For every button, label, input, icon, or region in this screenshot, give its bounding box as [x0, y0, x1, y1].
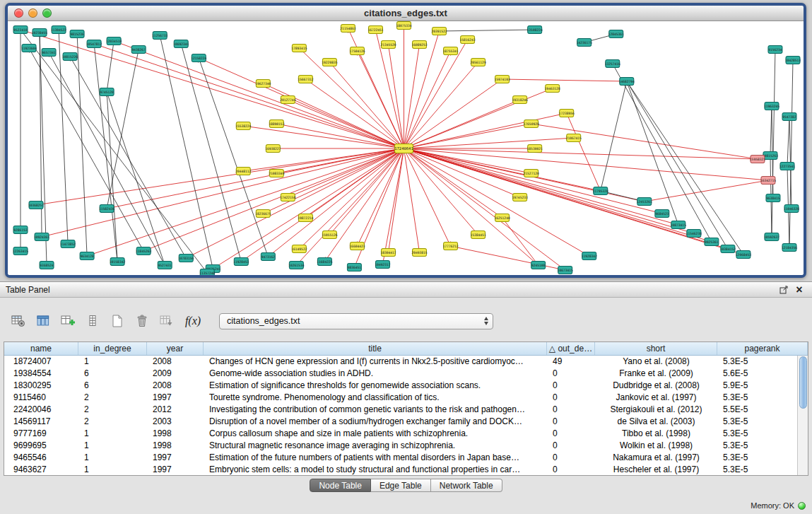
graph-edge[interactable]: [404, 148, 678, 225]
graph-node[interactable]: 11582436: [99, 205, 114, 213]
select-rows-button[interactable]: [83, 312, 102, 330]
table-row[interactable]: 911546021997Tourette syndrome. Phenomeno…: [4, 392, 797, 404]
graph-node[interactable]: 19872214: [298, 214, 313, 222]
graph-edge[interactable]: [199, 58, 404, 148]
graph-edge[interactable]: [94, 44, 117, 262]
graph-node[interactable]: 9638415: [766, 194, 780, 202]
graph-node[interactable]: 15958321: [750, 156, 765, 163]
graph-edge[interactable]: [451, 246, 565, 270]
graph-node[interactable]: 11684225: [317, 258, 332, 266]
table-row[interactable]: 1830029562008Estimation of significance …: [4, 380, 797, 392]
graph-edge[interactable]: [94, 44, 404, 148]
graph-node[interactable]: 20561129: [471, 59, 486, 66]
table-row[interactable]: 1938455462009Genome-wide association stu…: [4, 368, 797, 380]
graph-node[interactable]: 21527120: [524, 170, 539, 177]
graph-edge[interactable]: [288, 100, 404, 148]
column-header-year[interactable]: year: [147, 342, 204, 355]
network-canvas[interactable]: 1724064118530021215271201974523316251240…: [8, 21, 804, 275]
graph-edge[interactable]: [404, 88, 552, 148]
column-header-title[interactable]: title: [204, 342, 547, 355]
graph-edge[interactable]: [59, 30, 68, 244]
graph-node[interactable]: 18530021: [527, 145, 543, 153]
graph-node[interactable]: 11923604: [21, 45, 37, 52]
graph-node[interactable]: 21154863: [340, 25, 355, 33]
graph-node[interactable]: 19627340: [255, 80, 271, 88]
graph-edge[interactable]: [70, 57, 186, 258]
graph-edge[interactable]: [770, 106, 772, 156]
graph-node[interactable]: 16342715: [760, 177, 776, 185]
graph-node[interactable]: 12845361: [608, 30, 624, 38]
graph-edge[interactable]: [404, 148, 538, 265]
graph-node[interactable]: 11046328: [784, 205, 799, 213]
graph-node[interactable]: 12158224: [191, 54, 206, 62]
graph-node[interactable]: 18755341: [442, 47, 458, 55]
graph-node[interactable]: 18304417: [380, 249, 396, 257]
graph-node[interactable]: 11256733: [152, 32, 167, 40]
graph-edge[interactable]: [502, 79, 627, 81]
tab-edge-table[interactable]: Edge Table: [371, 479, 431, 492]
graph-edge[interactable]: [199, 58, 268, 257]
function-builder-button[interactable]: f(x): [182, 312, 204, 330]
graph-node[interactable]: 12068453: [736, 251, 751, 259]
graph-node[interactable]: 17238956: [559, 110, 575, 117]
graph-node[interactable]: 11963245: [764, 103, 779, 110]
graph-node[interactable]: 16251240: [495, 214, 510, 222]
graph-node[interactable]: 20448112: [235, 168, 251, 175]
table-row[interactable]: 1456911722003Disruption of a novel membe…: [4, 416, 797, 428]
graph-edge[interactable]: [20, 30, 404, 148]
graph-node[interactable]: 19463128: [545, 85, 560, 93]
graph-edge[interactable]: [299, 48, 404, 148]
graph-node[interactable]: 9745120: [100, 88, 114, 96]
graph-node[interactable]: 18236675: [255, 210, 271, 218]
graph-node[interactable]: 15384451: [471, 231, 486, 239]
graph-node[interactable]: 20391522: [431, 28, 447, 35]
graph-edge[interactable]: [601, 81, 627, 191]
graph-node[interactable]: 11357248: [199, 269, 215, 276]
graph-node[interactable]: 12034518: [106, 37, 122, 45]
graph-node[interactable]: 11304522: [51, 26, 66, 34]
graph-node[interactable]: 20493815: [411, 249, 427, 257]
graph-node[interactable]: 10428513: [785, 57, 801, 64]
graph-node[interactable]: 12273541: [779, 163, 795, 170]
graph-edge[interactable]: [186, 148, 404, 258]
graph-edge[interactable]: [42, 148, 404, 237]
graph-node[interactable]: 19220835: [322, 59, 337, 66]
graph-node[interactable]: 10815226: [62, 53, 78, 61]
tab-node-table[interactable]: Node Table: [310, 479, 371, 492]
graph-node[interactable]: 9836451: [347, 264, 361, 271]
graph-edge[interactable]: [276, 124, 404, 148]
graph-node[interactable]: 9634128: [80, 252, 94, 260]
graph-edge[interactable]: [77, 34, 87, 256]
graph-node[interactable]: 19745233: [512, 194, 528, 201]
import-table-button[interactable]: [157, 312, 177, 330]
graph-edge[interactable]: [645, 180, 768, 201]
graph-node[interactable]: 16089253: [411, 41, 427, 49]
graph-edge[interactable]: [404, 148, 450, 246]
graph-node[interactable]: 15955126: [322, 231, 337, 239]
graph-node[interactable]: 11928453: [233, 258, 249, 266]
graph-edge[interactable]: [29, 48, 143, 251]
table-row[interactable]: 946362711997Embryonic stem cells: a mode…: [4, 464, 797, 475]
graph-edge[interactable]: [36, 148, 404, 205]
graph-node[interactable]: 17422158: [280, 194, 295, 201]
show-columns-button[interactable]: [33, 312, 53, 330]
graph-edge[interactable]: [49, 52, 165, 265]
window-titlebar[interactable]: citations_edges.txt: [8, 6, 804, 21]
graph-node[interactable]: 16604423: [349, 243, 365, 250]
graph-node[interactable]: 10783156: [178, 255, 194, 262]
graph-node[interactable]: 9815236: [70, 30, 84, 38]
graph-node[interactable]: 9657341: [42, 49, 56, 57]
scrollbar-thumb[interactable]: [799, 356, 807, 409]
column-header-name[interactable]: name: [4, 342, 78, 355]
graph-edge[interactable]: [404, 40, 467, 148]
graph-node[interactable]: 9473162: [261, 253, 275, 261]
graph-node[interactable]: 11845263: [136, 247, 151, 255]
graph-node[interactable]: 10592637: [764, 233, 779, 241]
graph-node[interactable]: 9684523: [655, 210, 669, 218]
graph-node[interactable]: 9547382: [782, 113, 796, 121]
graph-node[interactable]: 11546238: [686, 230, 702, 238]
table-vertical-scrollbar[interactable]: [797, 356, 808, 475]
table-row[interactable]: 1872400712008Changes of HCN gene express…: [4, 356, 797, 368]
graph-node[interactable]: 15667312: [298, 76, 313, 83]
graph-node[interactable]: 16722451: [367, 26, 383, 34]
